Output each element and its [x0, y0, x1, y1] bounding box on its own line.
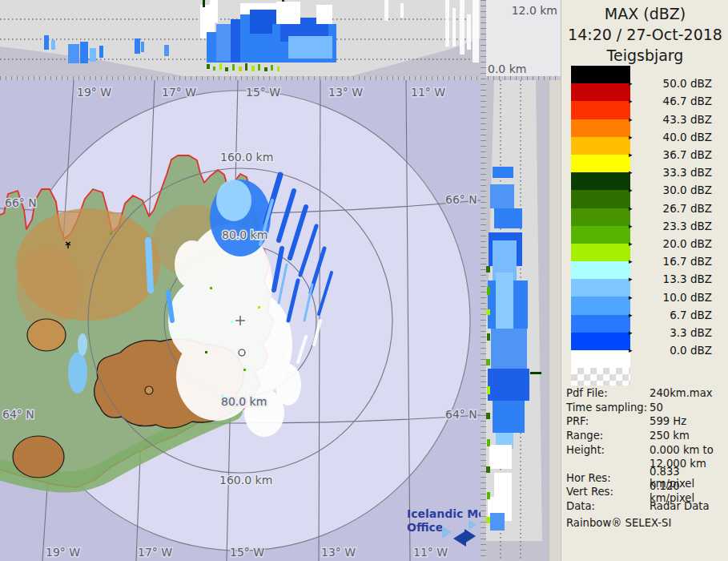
level-arrow-icon: ▸ — [629, 311, 633, 319]
top-profile-canvas — [0, 0, 481, 76]
meridian-label-bottom: 17° W — [138, 546, 172, 559]
ring-label-80-north: 80.0 km — [222, 228, 267, 241]
meridian-label-bottom: 19° W — [46, 546, 80, 559]
below-threshold-swatch — [571, 350, 630, 368]
dbz-level-label: ▸23.3 dBZ — [629, 220, 712, 232]
radar-station-name: Teigsbjarg — [561, 46, 728, 64]
dbz-band — [571, 315, 630, 333]
dbz-band — [571, 208, 630, 226]
glacier-outline-west — [27, 319, 66, 351]
dbz-band — [571, 190, 630, 208]
parallel-label-left: 66° N — [5, 196, 37, 209]
meridian-label-bottom: 15° W — [230, 546, 264, 559]
dbz-band — [571, 226, 630, 244]
level-arrow-icon: ▸ — [629, 222, 633, 230]
level-arrow-icon: ▸ — [629, 346, 633, 354]
level-arrow-icon: ▸ — [629, 133, 633, 141]
level-arrow-icon: ▸ — [629, 204, 633, 212]
dbz-level-label: ▸46.7 dBZ — [629, 95, 712, 107]
dbz-band — [571, 261, 630, 279]
dbz-level-label: ▸50.0 dBZ — [629, 77, 712, 90]
dbz-level-label: ▸30.0 dBZ — [629, 184, 712, 196]
min-height-label: 0.0 km — [488, 63, 526, 75]
dbz-level-label: ▸26.7 dBZ — [629, 202, 712, 215]
level-arrow-icon: ▸ — [629, 329, 633, 337]
dbz-level-label: ▸43.3 dBZ — [629, 113, 712, 126]
dbz-band — [571, 83, 630, 101]
meridian-label-top: 13° W — [328, 86, 363, 99]
ring-label-160-south: 160.0 km — [219, 474, 272, 486]
dbz-level-label: ▸3.3 dBZ — [629, 326, 712, 339]
level-arrow-icon: ▸ — [629, 97, 633, 105]
metadata-row: Range:250 km — [566, 429, 726, 443]
dbz-band — [571, 333, 630, 350]
metadata-row: Height:0.000 km to — [566, 442, 726, 457]
radar-map-canvas[interactable]: 19° W 17° W 15° W 13° W 11° W 19° W 17° … — [0, 80, 481, 561]
dbz-level-label: ▸33.3 dBZ — [629, 166, 712, 179]
meridian-label-top: 15° W — [246, 86, 280, 99]
level-arrow-icon: ▸ — [629, 275, 633, 283]
level-arrow-icon: ▸ — [629, 293, 633, 301]
dbz-band — [571, 279, 630, 297]
ring-label-80-south: 80.0 km — [221, 395, 267, 408]
profile-echoes — [486, 167, 541, 531]
dbz-color-scale — [571, 66, 630, 350]
software-footer: Rainbow® SELEX-SI — [566, 517, 671, 529]
parallel-label-left: 64° N — [2, 408, 34, 421]
meridian-label-top: 17° W — [162, 86, 196, 99]
metadata-row: Pdf File:240km.max — [566, 386, 726, 401]
panel-gutter — [549, 80, 561, 561]
level-arrow-icon: ▸ — [629, 240, 633, 248]
legend-panel: MAX (dBZ) 14:20 / 27-Oct-2018 Teigsbjarg… — [561, 0, 728, 561]
meridian-label-top: 19° W — [77, 86, 111, 99]
dbz-band — [571, 155, 630, 172]
height-scale-corner: 12.0 km 0.0 km — [486, 0, 561, 76]
level-arrow-icon: ▸ — [629, 151, 633, 159]
ring-label-160-north: 160.0 km — [220, 151, 273, 163]
dbz-level-label: ▸16.7 dBZ — [629, 255, 712, 268]
product-datetime: 14:20 / 27-Oct-2018 — [561, 26, 728, 43]
meridian-label-bottom: 11° W — [413, 546, 448, 559]
dbz-band — [571, 119, 630, 137]
metadata-row: Time sampling:50 — [566, 401, 726, 415]
product-title: MAX (dBZ) — [561, 5, 728, 22]
dbz-band — [571, 66, 630, 83]
level-arrow-icon: ▸ — [629, 168, 633, 176]
dbz-level-label: ▸10.0 dBZ — [629, 291, 712, 304]
dbz-level-label: ▸0.0 dBZ — [629, 344, 712, 357]
dbz-band — [571, 101, 630, 119]
right-profile-canvas — [486, 80, 549, 561]
dbz-level-label: ▸36.7 dBZ — [629, 148, 712, 161]
low-level-specks — [207, 63, 280, 71]
right-height-profile-panel — [486, 80, 549, 561]
radar-app-window: 12.0 km 0.0 km — [0, 0, 728, 561]
metadata-row: PRF:599 Hz — [566, 414, 726, 429]
dbz-level-label: ▸20.0 dBZ — [629, 237, 712, 250]
parallel-label-right: 66° N — [445, 193, 477, 206]
logo-text-line1: Icelandic Met — [407, 507, 481, 520]
metadata-row: Vert Res:0.120 km/pixel — [566, 485, 726, 499]
logo-text-line2: Office — [407, 521, 443, 534]
metadata-row: Data:Radar Data — [566, 499, 726, 514]
meridian-label-bottom: 13° W — [321, 546, 356, 559]
dbz-band — [571, 137, 630, 155]
parallel-label-right: 64° N — [445, 408, 477, 421]
level-arrow-icon: ▸ — [629, 79, 633, 87]
glacier-outline-southwest — [13, 436, 64, 478]
top-height-profile-panel — [0, 0, 481, 76]
dbz-level-label: ▸6.7 dBZ — [629, 309, 712, 321]
product-metadata: Pdf File:240km.maxTime sampling:50PRF:59… — [566, 386, 726, 513]
dbz-level-label: ▸40.0 dBZ — [629, 131, 712, 143]
dbz-band — [571, 244, 630, 261]
max-height-label: 12.0 km — [512, 4, 557, 17]
level-arrow-icon: ▸ — [629, 115, 633, 123]
dbz-band — [571, 297, 630, 314]
level-arrow-icon: ▸ — [629, 257, 633, 265]
level-arrow-icon: ▸ — [629, 186, 633, 194]
dbz-band — [571, 172, 630, 190]
meridian-label-top: 11° W — [411, 86, 445, 99]
dbz-level-label: ▸13.3 dBZ — [629, 272, 712, 285]
right-axis-tick-strip — [481, 0, 486, 561]
transparent-swatch-checkerboard — [571, 368, 630, 385]
